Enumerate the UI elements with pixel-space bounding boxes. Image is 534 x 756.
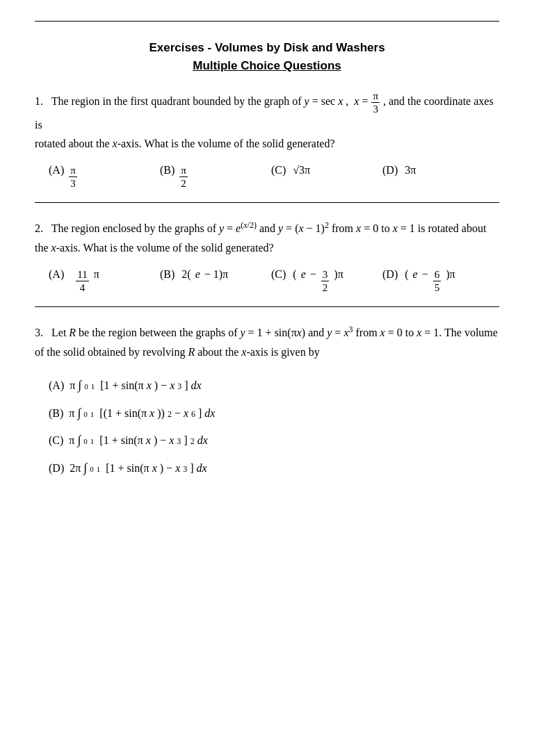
q2-answers: (A) 11 4 π (B) 2(e − 1)π (C) (e − 3 2 )π…	[49, 268, 499, 294]
q3-answer-c: (C) π ∫01 [1 + sin(πx) − x3]2 dx	[49, 427, 499, 454]
q2-number: 2.	[35, 223, 43, 235]
section-subtitle: Multiple Choice Questions	[35, 59, 499, 73]
q2-answer-a: (A) 11 4 π	[49, 268, 160, 294]
q1-answer-b: (B) π 2	[160, 164, 271, 190]
q1-answer-c: (C) √3π	[271, 164, 382, 190]
divider-2	[35, 306, 499, 307]
q1-fraction: π 3	[371, 90, 380, 115]
q3-answers: (A) π ∫01 [1 + sin(πx) − x3] dx (B) π ∫0…	[49, 372, 499, 482]
page-title: Exercises - Volumes by Disk and Washers	[35, 41, 499, 55]
question-1: 1. The region in the first quadrant boun…	[35, 90, 499, 190]
q2-answer-c: (C) (e − 3 2 )π	[271, 268, 382, 294]
question-2: 2. The region enclosed by the graphs of …	[35, 218, 499, 294]
question-1-text: 1. The region in the first quadrant boun…	[35, 90, 499, 153]
q3-answer-d: (D) 2π ∫01 [1 + sin(πx) − x3] dx	[49, 455, 499, 482]
q2-answer-d: (D) (e − 6 5 )π	[382, 268, 494, 294]
question-3-text: 3. Let R be the region between the graph…	[35, 322, 499, 361]
q1-answers: (A) π 3 (B) π 2 (C) √3π (D) 3π	[49, 164, 499, 190]
q3-answer-a: (A) π ∫01 [1 + sin(πx) − x3] dx	[49, 372, 499, 399]
q1-answer-d: (D) 3π	[382, 164, 494, 190]
question-2-text: 2. The region enclosed by the graphs of …	[35, 218, 499, 257]
divider-1	[35, 202, 499, 203]
question-3: 3. Let R be the region between the graph…	[35, 322, 499, 482]
q1-number: 1.	[35, 95, 43, 107]
q1-answer-a: (A) π 3	[49, 164, 160, 190]
q2-answer-b: (B) 2(e − 1)π	[160, 268, 271, 294]
q3-answer-b: (B) π ∫01 [(1 + sin(πx))2 − x6] dx	[49, 400, 499, 427]
q3-number: 3.	[35, 327, 43, 338]
